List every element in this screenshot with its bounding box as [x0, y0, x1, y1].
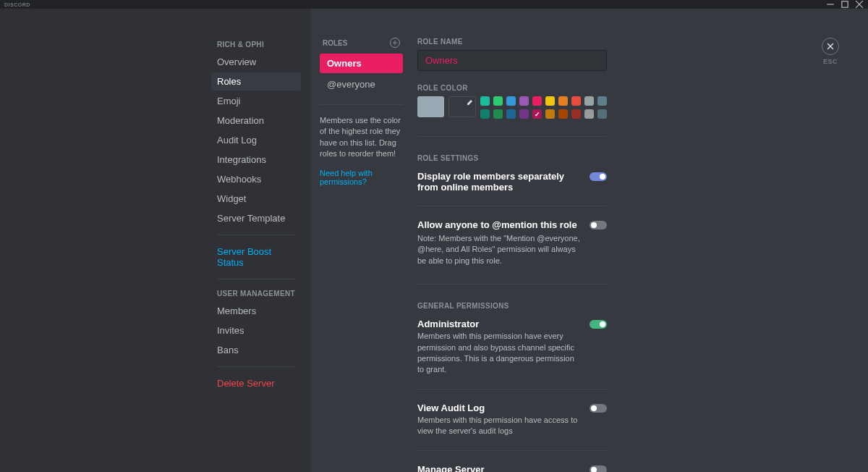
color-swatch[interactable]	[493, 96, 503, 106]
svg-rect-1	[842, 1, 848, 7]
color-swatch[interactable]	[584, 96, 594, 106]
sidebar-item-delete-server[interactable]: Delete Server	[211, 374, 301, 392]
role-item-everyone[interactable]: @everyone	[320, 75, 403, 94]
settings-divider	[417, 136, 607, 137]
sidebar-divider	[217, 279, 295, 279]
color-swatch[interactable]	[597, 109, 607, 119]
sidebar-item-moderation[interactable]: Moderation	[211, 111, 301, 130]
sidebar-item-server-template[interactable]: Server Template	[211, 209, 301, 227]
sidebar-item-webhooks[interactable]: Webhooks	[211, 170, 301, 188]
color-swatch[interactable]	[571, 96, 581, 106]
toggle-display-separately[interactable]	[590, 172, 607, 181]
color-default-button[interactable]	[417, 96, 444, 117]
color-swatch[interactable]	[571, 109, 581, 119]
sidebar-item-emoji[interactable]: Emoji	[211, 92, 301, 110]
color-swatch[interactable]	[519, 109, 529, 119]
permission-title: Manage Server	[417, 464, 581, 472]
roles-hint-text: Members use the color of the highest rol…	[320, 115, 403, 160]
role-settings-label: Role Settings	[417, 154, 607, 162]
app-logo: Discord	[4, 2, 30, 7]
role-color-label: Role Color	[417, 84, 607, 92]
window-maximize-button[interactable]	[841, 0, 849, 9]
window-close-button[interactable]	[855, 0, 864, 9]
sidebar-item-audit-log[interactable]: Audit Log	[211, 131, 301, 149]
sidebar-item-invites[interactable]: Invites	[211, 321, 301, 340]
settings-divider	[417, 389, 607, 389]
color-swatch[interactable]	[545, 96, 555, 106]
color-swatch[interactable]	[558, 109, 568, 119]
permission-toggle[interactable]	[590, 404, 607, 413]
general-permissions-label: General Permissions	[417, 302, 607, 310]
color-swatch[interactable]	[506, 96, 516, 106]
sidebar-item-widget[interactable]: Widget	[211, 190, 301, 208]
setting-display-separately: Display role members separately from onl…	[417, 171, 607, 193]
eyedropper-icon	[466, 99, 473, 106]
sidebar-item-overview[interactable]: Overview	[211, 53, 301, 71]
role-name-label: Role Name	[417, 38, 607, 46]
close-icon	[826, 42, 835, 51]
setting-title: Display role members separately from onl…	[417, 171, 581, 193]
permission-row: Manage Server Members with this permissi…	[417, 464, 607, 472]
color-picker-button[interactable]	[448, 96, 476, 117]
setting-allow-mention: Allow anyone to @mention this role Note:…	[417, 219, 607, 266]
role-item-owners[interactable]: Owners	[320, 54, 403, 73]
permission-title: Administrator	[417, 319, 581, 329]
toggle-allow-mention[interactable]	[590, 221, 607, 229]
roles-divider	[320, 104, 403, 105]
sidebar-item-server-boost[interactable]: Server Boost Status	[211, 243, 301, 271]
content: Roles Owners @everyone Members use the c…	[311, 9, 868, 472]
settings-divider	[417, 206, 607, 206]
close-label: ESC	[822, 58, 839, 65]
permission-row: Administrator Members with this permissi…	[417, 319, 607, 376]
color-swatch[interactable]	[558, 96, 568, 106]
settings-sidebar: Rich & Ophi Overview Roles Emoji Moderat…	[0, 9, 311, 472]
permission-desc: Members with this permission have access…	[417, 415, 581, 437]
main: Rich & Ophi Overview Roles Emoji Moderat…	[0, 9, 868, 472]
settings-divider	[417, 284, 607, 285]
permission-toggle[interactable]	[590, 320, 607, 329]
color-swatch[interactable]	[597, 96, 607, 106]
sidebar-divider	[217, 366, 295, 367]
color-swatch[interactable]	[480, 109, 490, 119]
setting-note: Note: Members with the "Mention @everyon…	[417, 233, 581, 266]
plus-icon	[392, 40, 398, 46]
close-area: ESC	[822, 38, 839, 65]
color-swatch[interactable]	[506, 109, 516, 119]
color-swatch[interactable]	[584, 109, 594, 119]
roles-help-link[interactable]: Need help with permissions?	[320, 169, 403, 186]
roles-header-label: Roles	[323, 39, 390, 47]
sidebar-header-user-management: User Management	[211, 287, 301, 300]
color-swatch[interactable]	[532, 109, 542, 119]
color-swatch[interactable]	[532, 96, 542, 106]
role-name-input[interactable]	[417, 50, 607, 71]
sidebar-item-bans[interactable]: Bans	[211, 341, 301, 359]
color-swatch[interactable]	[480, 96, 490, 106]
setting-title: Allow anyone to @mention this role	[417, 219, 581, 230]
add-role-button[interactable]	[390, 38, 400, 48]
permission-desc: Members with this permission have every …	[417, 331, 581, 376]
permission-title: View Audit Log	[417, 403, 581, 413]
sidebar-item-roles[interactable]: Roles	[211, 72, 301, 90]
window-minimize-button[interactable]	[826, 0, 835, 9]
sidebar-item-integrations[interactable]: Integrations	[211, 151, 301, 169]
sidebar-header-server: Rich & Ophi	[211, 38, 301, 51]
settings-divider	[417, 450, 607, 451]
permission-row: View Audit Log Members with this permiss…	[417, 403, 607, 437]
color-swatch[interactable]	[493, 109, 503, 119]
sidebar-item-members[interactable]: Members	[211, 302, 301, 320]
permission-toggle[interactable]	[590, 465, 607, 472]
color-swatch[interactable]	[545, 109, 555, 119]
roles-list-column: Roles Owners @everyone Members use the c…	[320, 38, 403, 443]
color-swatch[interactable]	[519, 96, 529, 106]
sidebar-divider	[217, 235, 295, 235]
close-settings-button[interactable]	[822, 38, 839, 55]
titlebar: Discord	[0, 0, 868, 9]
role-settings-column: Role Name Role Color Role Settings	[417, 38, 607, 443]
